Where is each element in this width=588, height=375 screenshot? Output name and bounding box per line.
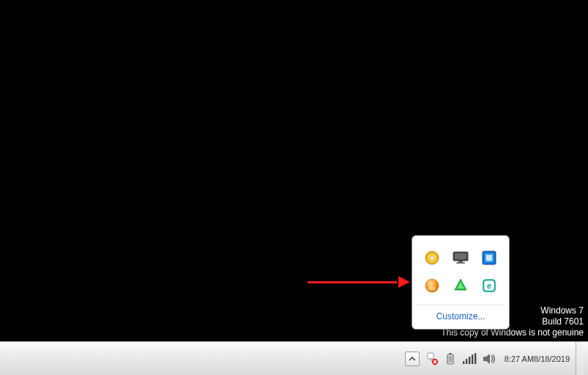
svg-point-10 [428,286,436,291]
show-desktop-button[interactable] [576,342,584,375]
clock-time: 8:27 AM [505,354,534,364]
annotation-arrow [308,275,410,289]
svg-rect-17 [463,361,464,364]
customize-link[interactable]: Customize... [412,305,509,329]
taskbar-clock[interactable]: 8:27 AM 8/18/2019 [500,342,576,375]
system-tray: 8:27 AM 8/18/2019 [402,342,588,375]
clock-date: 8/18/2019 [534,354,570,364]
svg-rect-20 [472,354,473,364]
desktop[interactable]: Windows 7 Build 7601 This copy of Window… [0,0,588,341]
svg-rect-15 [449,353,452,354]
show-hidden-icons-button[interactable] [402,342,423,375]
media-app-icon[interactable] [423,277,441,294]
svg-text:e: e [487,281,491,290]
svg-rect-19 [469,357,470,364]
eset-icon[interactable]: e [480,277,498,294]
network-signal-icon[interactable] [459,342,480,375]
taskbar: 8:27 AM 8/18/2019 [0,341,588,375]
action-center-icon[interactable] [423,342,442,375]
svg-rect-4 [458,261,463,262]
svg-rect-16 [448,356,452,363]
svg-rect-3 [454,253,466,260]
svg-rect-18 [466,359,467,364]
svg-rect-21 [475,353,476,364]
optical-disc-icon[interactable] [423,249,441,267]
battery-icon[interactable] [442,342,459,375]
volume-icon[interactable] [480,342,500,375]
svg-rect-8 [486,255,492,261]
hidden-icons-flyout: e Customize... [412,235,510,330]
intel-graphics-icon[interactable] [480,249,498,267]
monitor-icon[interactable] [452,249,469,267]
svg-point-1 [431,256,434,259]
glasswire-icon[interactable] [452,277,469,294]
svg-rect-5 [456,262,465,264]
